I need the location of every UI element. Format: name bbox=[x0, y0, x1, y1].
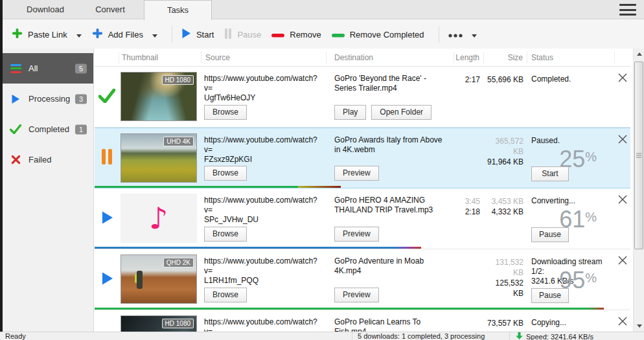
task-list: HD 1080 https://www.youtube.com/watch?v=… bbox=[95, 67, 633, 332]
remove-button[interactable]: Remove bbox=[271, 30, 321, 40]
size-value: 55,696 KB bbox=[484, 74, 523, 85]
destination-filename: GoPro Pelican Learns To Fish.mp4 bbox=[334, 317, 448, 332]
task-row[interactable]: QHD 2K https://www.youtube.com/watch?v= … bbox=[95, 249, 630, 310]
tab-convert[interactable]: Convert bbox=[78, 0, 143, 19]
scrollbar-thumb[interactable] bbox=[634, 62, 643, 249]
sidebar-item-failed[interactable]: Failed bbox=[3, 144, 93, 175]
task-row[interactable]: HD 1080 https://www.youtube.com/watch?v=… bbox=[95, 67, 630, 128]
pause-button[interactable]: Pause bbox=[224, 28, 261, 41]
size-total: 365,572 KB bbox=[484, 136, 523, 157]
play-button[interactable]: Play bbox=[334, 105, 366, 120]
blue-play-icon bbox=[181, 28, 191, 41]
sidebar-item-label: All bbox=[29, 63, 38, 73]
table-header: Thumbnail Source Destination Length Size… bbox=[95, 49, 630, 67]
header-destination[interactable]: Destination bbox=[327, 52, 454, 63]
check-icon bbox=[9, 124, 22, 134]
play-icon bbox=[101, 271, 113, 288]
header-source[interactable]: Source bbox=[201, 52, 327, 63]
header-size[interactable]: Size bbox=[484, 52, 527, 63]
quality-badge: HD 1080 bbox=[162, 75, 194, 85]
quality-badge: UHD 4K bbox=[163, 137, 194, 146]
close-icon[interactable] bbox=[618, 135, 627, 144]
remove-completed-button[interactable]: Remove Completed bbox=[332, 30, 424, 40]
preview-button[interactable]: Preview bbox=[334, 288, 379, 302]
toolbar-separator bbox=[439, 26, 439, 43]
sidebar-item-processing[interactable]: Processing 3 bbox=[3, 84, 93, 114]
chevron-down-icon[interactable] bbox=[152, 30, 157, 40]
source-url: https://www.youtube.com/watch?v= SPc_JVH… bbox=[204, 196, 320, 225]
count-badge: 3 bbox=[75, 94, 87, 104]
count-badge: 5 bbox=[75, 63, 87, 73]
scroll-down-icon[interactable] bbox=[634, 321, 644, 332]
preview-button[interactable]: Preview bbox=[334, 227, 379, 242]
sidebar-item-label: Failed bbox=[29, 155, 51, 164]
header-thumbnail[interactable]: Thumbnail bbox=[119, 52, 201, 63]
gray-pause-icon bbox=[224, 28, 232, 41]
close-icon[interactable] bbox=[618, 73, 627, 82]
quality-badge: QHD 2K bbox=[163, 258, 194, 267]
tab-download[interactable]: Download bbox=[13, 0, 78, 19]
header-length[interactable]: Length bbox=[454, 52, 484, 63]
length-value: 2:18 bbox=[454, 207, 480, 217]
menu-icon[interactable] bbox=[619, 4, 636, 16]
size-value: 125,532 KB bbox=[484, 278, 523, 299]
task-row[interactable]: ♪ https://www.youtube.com/watch?v= SPc_J… bbox=[95, 188, 630, 249]
more-actions-button[interactable] bbox=[448, 30, 477, 40]
video-thumbnail: HD 1080 bbox=[121, 315, 197, 332]
sidebar-item-completed[interactable]: Completed 1 bbox=[3, 114, 93, 144]
video-thumbnail: QHD 2K bbox=[121, 255, 197, 304]
preview-button[interactable]: Preview bbox=[334, 166, 379, 181]
browse-button[interactable]: Browse bbox=[204, 288, 247, 302]
paste-link-button[interactable]: Paste Link bbox=[12, 28, 82, 41]
row-state-completed bbox=[95, 67, 119, 127]
ellipsis-icon bbox=[448, 30, 463, 40]
task-row-selected[interactable]: UHD 4K https://www.youtube.com/watch?v= … bbox=[95, 128, 630, 188]
music-note-icon: ♪ bbox=[149, 203, 168, 233]
size-value: 4,332 KB bbox=[484, 207, 523, 217]
row-state-processing bbox=[95, 188, 119, 249]
sidebar-item-all[interactable]: All 5 bbox=[3, 53, 93, 84]
scroll-up-icon[interactable] bbox=[634, 49, 644, 60]
row-progress-bar bbox=[95, 247, 630, 249]
pause-icon bbox=[102, 149, 113, 167]
sidebar-item-label: Completed bbox=[29, 124, 69, 134]
status-text: Paused. bbox=[531, 136, 615, 146]
chevron-down-icon[interactable] bbox=[76, 30, 82, 40]
start-button[interactable]: Start bbox=[181, 28, 214, 41]
browse-button[interactable]: Browse bbox=[204, 227, 247, 242]
add-files-button[interactable]: Add Files bbox=[92, 28, 157, 41]
video-thumbnail: UHD 4K bbox=[121, 133, 197, 183]
tab-tasks[interactable]: Tasks bbox=[144, 0, 212, 20]
open-folder-button[interactable]: Open Folder bbox=[371, 105, 431, 120]
browse-button[interactable]: Browse bbox=[204, 105, 247, 120]
task-row[interactable]: HD 1080 https://www.youtube.com/watch?v=… bbox=[95, 310, 630, 332]
window-left-edge bbox=[0, 0, 3, 332]
toolbar: Paste Link Add Files Start Pause Remove … bbox=[3, 20, 644, 49]
green-down-arrow-icon bbox=[516, 332, 523, 340]
check-icon bbox=[98, 89, 115, 106]
row-state-processing bbox=[95, 310, 119, 332]
pause-row-button[interactable]: Pause bbox=[531, 227, 569, 242]
green-dash-icon bbox=[332, 30, 345, 40]
destination-filename: GoPro HERO 4 AMAZING THAILAND TRIP Trave… bbox=[334, 196, 448, 215]
row-state-processing bbox=[95, 249, 119, 310]
app-window: Download Convert Tasks Paste Link Add Fi… bbox=[0, 0, 644, 340]
start-row-button[interactable]: Start bbox=[531, 166, 569, 181]
colored-bars-icon bbox=[9, 64, 22, 73]
vertical-scrollbar[interactable] bbox=[633, 49, 644, 332]
speed-text: Speed: 3241.64 KB/s bbox=[526, 333, 593, 340]
quality-badge: HD 1080 bbox=[162, 319, 194, 328]
close-icon[interactable] bbox=[618, 195, 627, 204]
sidebar: All 5 Processing 3 Completed 1 Failed bbox=[3, 49, 94, 332]
size-total: 131,532 KB bbox=[484, 257, 523, 278]
source-url: https://www.youtube.com/watch?v= zwJ0szO… bbox=[204, 317, 320, 332]
header-status[interactable]: Status bbox=[527, 52, 615, 63]
close-icon[interactable] bbox=[618, 317, 627, 326]
browse-button[interactable]: Browse bbox=[204, 166, 247, 181]
source-url: https://www.youtube.com/watch?v= L1RH1fm… bbox=[204, 256, 320, 286]
close-icon[interactable] bbox=[618, 256, 627, 265]
tab-bar: Download Convert Tasks bbox=[3, 0, 644, 19]
pause-row-button[interactable]: Pause bbox=[531, 288, 569, 303]
row-progress-bar bbox=[95, 308, 630, 310]
size-total: 3,453 KB bbox=[484, 196, 523, 207]
